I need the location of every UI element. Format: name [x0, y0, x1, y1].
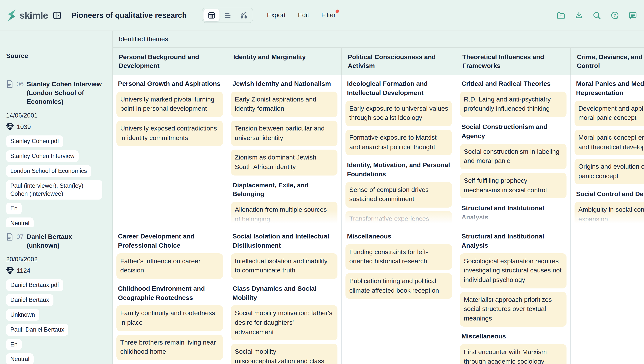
theme-highlight[interactable]: Alienation from multiple sources of belo… [231, 202, 337, 227]
chart-view-button[interactable] [236, 9, 252, 21]
table-view-icon [208, 11, 216, 19]
source-number: 07 [17, 233, 24, 242]
theme-highlight[interactable]: Formative exposure to Marxist and anarch… [345, 130, 452, 156]
theme-cell: Social Isolation and Intellectual Disill… [227, 228, 342, 364]
source-cell[interactable]: 07Daniel Bertaux (unknown)20/08/20021124… [0, 228, 113, 364]
source-tag[interactable]: En [6, 339, 22, 350]
app-logo[interactable]: skimle [7, 10, 48, 21]
filter-button[interactable]: Filter [321, 12, 336, 19]
gem-count: 1124 [6, 267, 106, 275]
theme-highlight[interactable]: University exposed contradictions in ide… [117, 120, 223, 146]
source-tag[interactable]: Stanley Cohen Interview [6, 150, 79, 162]
theme-heading: Critical and Radical Theories [461, 79, 565, 88]
source-tag[interactable]: Paul (interviewer), Stan(ley) Cohen (int… [6, 180, 102, 200]
theme-highlight[interactable]: R.D. Laing and anti-psychiatry profoundl… [460, 92, 566, 117]
theme-cell: Critical and Radical TheoriesR.D. Laing … [456, 75, 571, 227]
theme-highlight[interactable]: Family continuity and rootedness in plac… [117, 306, 223, 331]
theme-heading: Miscellaneous [347, 232, 450, 241]
column-header: Theoretical Influences and Frameworks [456, 48, 571, 75]
export-button[interactable]: Export [267, 12, 286, 19]
document-icon [6, 80, 13, 88]
theme-heading: Social Control and Deviance [576, 190, 644, 199]
column-header: Crime, Deviance, and Social Control [571, 48, 644, 75]
source-date: 14/06/2001 [6, 112, 106, 119]
theme-heading: Jewish Identity and Nationalism [233, 79, 336, 88]
source-header-cell: Source [0, 31, 113, 75]
app-window: skimle Pioneers of qualitative research [0, 0, 644, 364]
theme-highlight[interactable]: Father's influence on career decision [117, 253, 223, 279]
filter-badge [336, 10, 339, 13]
theme-cell: MiscellaneousFunding constraints for lef… [342, 228, 456, 364]
view-switcher [202, 8, 253, 23]
source-cell[interactable]: 06Stanley Cohen Interview (London School… [0, 75, 113, 227]
list-view-button[interactable] [220, 9, 236, 21]
theme-heading: Structural and Institutional Analysis [461, 204, 565, 222]
theme-highlight[interactable]: Tension between particular and universal… [231, 120, 337, 146]
document-icon [6, 233, 13, 241]
theme-highlight[interactable]: Funding constraints for left-oriented hi… [345, 244, 452, 270]
theme-highlight[interactable]: University marked pivotal turning point … [117, 92, 223, 117]
theme-highlight[interactable]: First encounter with Marxism through aca… [460, 344, 566, 364]
theme-highlight[interactable]: Zionism as dominant Jewish South African… [231, 150, 337, 176]
theme-highlight[interactable]: Early Zionist aspirations and identity f… [231, 92, 337, 117]
theme-highlight[interactable]: Transformative experiences shape lifelon… [345, 211, 452, 227]
group-header: Identified themes [113, 31, 644, 48]
edit-button[interactable]: Edit [298, 12, 309, 19]
table-view-button[interactable] [204, 9, 220, 21]
gem-count: 1039 [6, 123, 106, 131]
theme-cell: Moral Panics and Media RepresentationDev… [571, 75, 644, 227]
theme-highlight[interactable]: Social mobility motivation: father's des… [231, 306, 337, 340]
add-folder-icon[interactable] [556, 11, 565, 20]
theme-cell: Structural and Institutional AnalysisSoc… [456, 228, 571, 364]
source-tag[interactable]: Daniel Bertaux [6, 294, 53, 306]
source-tags: Daniel Bertaux.pdfDaniel BertauxUnknownP… [6, 279, 106, 364]
theme-heading: Structural and Institutional Analysis [461, 232, 565, 250]
theme-highlight[interactable]: Intellectual isolation and inability to … [231, 253, 337, 279]
theme-heading: Social Constructionism and Agency [461, 122, 565, 140]
source-tag[interactable]: Stanley Cohen.pdf [6, 136, 63, 147]
search-icon[interactable] [592, 11, 601, 20]
theme-highlight[interactable]: Development and application of moral pan… [574, 100, 644, 126]
gem-icon [6, 267, 14, 275]
column-headers: Personal Background and Development Iden… [113, 48, 644, 75]
source-tag[interactable]: En [6, 203, 22, 214]
source-tag[interactable]: Neutral [6, 218, 34, 227]
column-header: Political Consciousness and Activism [342, 48, 456, 75]
theme-cell: Personal Growth and AspirationsUniversit… [113, 75, 227, 227]
source-header-label: Source [6, 52, 28, 60]
theme-highlight[interactable]: Publication timing and political climate… [345, 273, 452, 299]
theme-highlight[interactable]: Social constructionism in labeling and m… [460, 144, 566, 170]
source-number: 06 [17, 80, 24, 89]
page-title: Pioneers of qualitative research [71, 11, 187, 20]
source-tag[interactable]: Paul; Daniel Bertaux [6, 324, 69, 336]
theme-cell: Jewish Identity and NationalismEarly Zio… [227, 75, 342, 227]
toolbar-actions: Export Edit Filter [267, 12, 336, 19]
help-icon[interactable]: ? [610, 11, 619, 20]
theme-highlight[interactable]: Sense of compulsion drives sustained com… [345, 182, 452, 208]
top-right-icons: ? [556, 11, 637, 20]
sidebar-toggle-button[interactable] [53, 11, 62, 20]
theme-heading: Career Development and Professional Choi… [118, 232, 221, 250]
theme-highlight[interactable]: Sociological explanation requires invest… [460, 253, 566, 288]
theme-highlight[interactable]: Moral panic concept endurance and theore… [574, 130, 644, 156]
theme-highlight[interactable]: Three brothers remain living near childh… [117, 334, 223, 360]
svg-text:?: ? [613, 13, 616, 18]
source-tags: Stanley Cohen.pdfStanley Cohen Interview… [6, 136, 106, 227]
theme-highlight[interactable]: Origins and evolution of moral panic con… [574, 159, 644, 184]
theme-heading: Displacement, Exile, and Belonging [233, 181, 336, 199]
source-tag[interactable]: London School of Economics [6, 165, 91, 177]
theme-highlight[interactable]: Materialist approach prioritizes social … [460, 292, 566, 327]
download-icon[interactable] [574, 11, 583, 20]
theme-heading: Moral Panics and Media Representation [576, 79, 644, 98]
source-tag[interactable]: Unknown [6, 309, 39, 321]
theme-highlight[interactable]: Ambiguity in social control expansion [574, 202, 644, 227]
source-tag[interactable]: Neutral [6, 354, 34, 364]
theme-highlight[interactable]: Self-fulfilling prophecy mechanisms in s… [460, 173, 566, 198]
source-tag[interactable]: Daniel Bertaux.pdf [6, 279, 63, 291]
theme-highlight[interactable]: Social mobility misconceptualization and… [231, 344, 337, 364]
theme-cell: Ideological Formation and Intellectual D… [342, 75, 456, 227]
source-title: Stanley Cohen Interview (London School o… [27, 80, 106, 106]
table-header: Source Identified themes Personal Backgr… [0, 31, 644, 75]
comments-icon[interactable] [628, 11, 637, 20]
theme-highlight[interactable]: Early exposure to universal values throu… [345, 100, 452, 126]
